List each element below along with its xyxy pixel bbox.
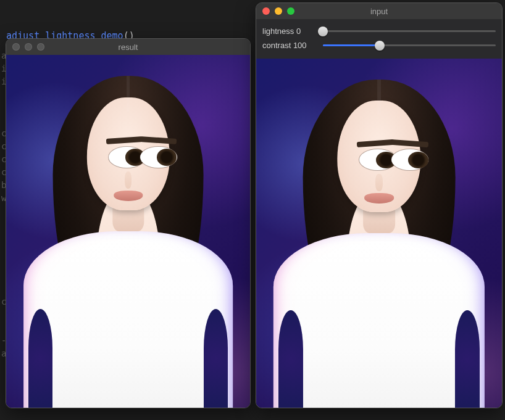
traffic-lights bbox=[6, 43, 44, 51]
contrast-slider[interactable] bbox=[323, 44, 496, 46]
result-window: result bbox=[6, 38, 251, 408]
lightness-label: lightness 0 bbox=[262, 27, 318, 36]
traffic-lights bbox=[256, 7, 294, 15]
result-titlebar[interactable]: result bbox=[6, 39, 250, 55]
maximize-icon[interactable] bbox=[287, 7, 294, 15]
photo-illustration bbox=[256, 59, 502, 408]
contrast-slider-knob[interactable] bbox=[375, 41, 385, 51]
photo-illustration bbox=[6, 55, 250, 408]
maximize-icon[interactable] bbox=[37, 43, 44, 51]
contrast-label: contrast 100 bbox=[262, 41, 318, 50]
minimize-icon[interactable] bbox=[275, 7, 282, 15]
close-icon[interactable] bbox=[262, 7, 270, 15]
close-icon[interactable] bbox=[12, 43, 20, 51]
controls-panel: lightness 0 contrast 100 bbox=[256, 19, 502, 59]
lightness-slider[interactable] bbox=[323, 30, 496, 32]
contrast-control: contrast 100 bbox=[262, 38, 496, 52]
input-window: input lightness 0 contrast 100 bbox=[256, 2, 503, 408]
lightness-slider-knob[interactable] bbox=[318, 27, 328, 36]
contrast-slider-fill bbox=[323, 44, 380, 46]
minimize-icon[interactable] bbox=[25, 43, 32, 51]
input-image bbox=[256, 59, 502, 408]
result-image bbox=[6, 55, 250, 408]
input-titlebar[interactable]: input bbox=[256, 3, 502, 19]
lightness-control: lightness 0 bbox=[262, 24, 496, 38]
